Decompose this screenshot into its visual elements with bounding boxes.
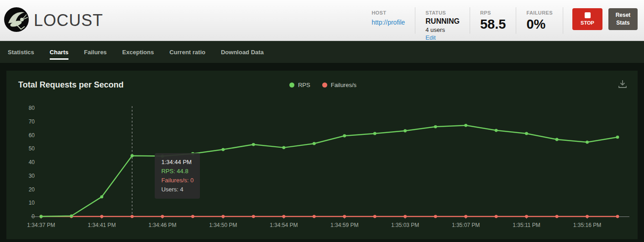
status-section: STATUS RUNNING 4 users Edit xyxy=(415,7,470,34)
header-buttons: STOP Reset Stats xyxy=(572,7,638,30)
svg-text:40: 40 xyxy=(29,159,35,165)
stop-button-label: STOP xyxy=(581,20,594,26)
chart-title: Total Requests per Second xyxy=(18,80,289,90)
edit-users-link[interactable]: Edit xyxy=(425,34,435,41)
legend-item-rps[interactable]: RPS xyxy=(289,82,310,88)
failures-legend-label: Failures/s xyxy=(331,82,356,88)
chart-panel-header: Total Requests per Second RPS Failures/s xyxy=(6,71,638,94)
rps-chart[interactable]: 010203040506070801:34:37 PM1:34:41 PM1:3… xyxy=(13,99,629,234)
chart-body: 010203040506070801:34:37 PM1:34:41 PM1:3… xyxy=(13,99,630,236)
stop-icon xyxy=(585,12,591,18)
tab-charts[interactable]: Charts xyxy=(50,41,68,63)
legend-item-failures[interactable]: Failures/s xyxy=(322,82,356,88)
svg-text:1:34:59 PM: 1:34:59 PM xyxy=(330,222,358,228)
failures-legend-dot-icon xyxy=(322,82,327,88)
tab-failures[interactable]: Failures xyxy=(84,41,107,63)
host-link[interactable]: http://profile xyxy=(372,19,405,26)
header-info: HOST http://profile STATUS RUNNING 4 use… xyxy=(361,7,638,34)
svg-text:1:35:11 PM: 1:35:11 PM xyxy=(513,222,540,228)
rps-section: RPS 58.5 xyxy=(470,7,516,34)
rps-label: RPS xyxy=(480,10,506,15)
svg-text:20: 20 xyxy=(29,186,35,193)
svg-text:1:34:50 PM: 1:34:50 PM xyxy=(209,222,237,228)
reset-stats-button[interactable]: Reset Stats xyxy=(608,8,638,30)
svg-text:1:35:16 PM: 1:35:16 PM xyxy=(573,222,601,228)
brand[interactable]: LOCUST xyxy=(4,7,103,34)
brand-title: LOCUST xyxy=(34,11,103,30)
header: LOCUST HOST http://profile STATUS RUNNIN… xyxy=(0,0,644,41)
reset-stats-label: Reset Stats xyxy=(616,12,631,26)
rps-legend-dot-icon xyxy=(289,82,294,88)
svg-text:50: 50 xyxy=(29,145,35,152)
status-label: STATUS xyxy=(425,10,460,15)
rps-legend-label: RPS xyxy=(298,82,310,88)
main-nav: Statistics Charts Failures Exceptions Cu… xyxy=(0,41,644,63)
svg-text:1:34:41 PM: 1:34:41 PM xyxy=(88,222,115,228)
svg-text:1:34:37 PM: 1:34:37 PM xyxy=(27,222,55,228)
svg-text:70: 70 xyxy=(29,118,35,125)
stop-button[interactable]: STOP xyxy=(572,8,602,30)
rps-value: 58.5 xyxy=(480,17,506,32)
svg-text:80: 80 xyxy=(29,105,35,111)
download-chart-icon[interactable] xyxy=(618,79,628,91)
failures-value: 0% xyxy=(526,17,553,32)
tab-download-data[interactable]: Download Data xyxy=(221,41,264,63)
tab-statistics[interactable]: Statistics xyxy=(8,41,34,63)
svg-text:1:34:54 PM: 1:34:54 PM xyxy=(270,222,298,228)
chart-panel: Total Requests per Second RPS Failures/s… xyxy=(6,71,638,239)
failures-section: FAILURES 0% xyxy=(516,7,563,34)
tab-current-ratio[interactable]: Current ratio xyxy=(169,41,205,63)
tab-exceptions[interactable]: Exceptions xyxy=(122,41,154,63)
chart-legend: RPS Failures/s xyxy=(289,82,356,88)
host-label: HOST xyxy=(372,10,405,15)
locust-logo-icon xyxy=(4,7,29,34)
failures-label: FAILURES xyxy=(526,10,553,15)
svg-text:10: 10 xyxy=(29,200,35,206)
svg-text:1:35:07 PM: 1:35:07 PM xyxy=(452,222,480,228)
status-value: RUNNING xyxy=(425,17,460,26)
host-section: HOST http://profile xyxy=(361,7,415,34)
svg-text:60: 60 xyxy=(29,132,35,139)
svg-text:30: 30 xyxy=(29,173,35,179)
svg-text:1:35:03 PM: 1:35:03 PM xyxy=(391,222,419,228)
user-count: 4 users xyxy=(425,26,460,33)
svg-text:1:34:46 PM: 1:34:46 PM xyxy=(148,222,176,228)
chart-header-actions xyxy=(356,79,628,91)
